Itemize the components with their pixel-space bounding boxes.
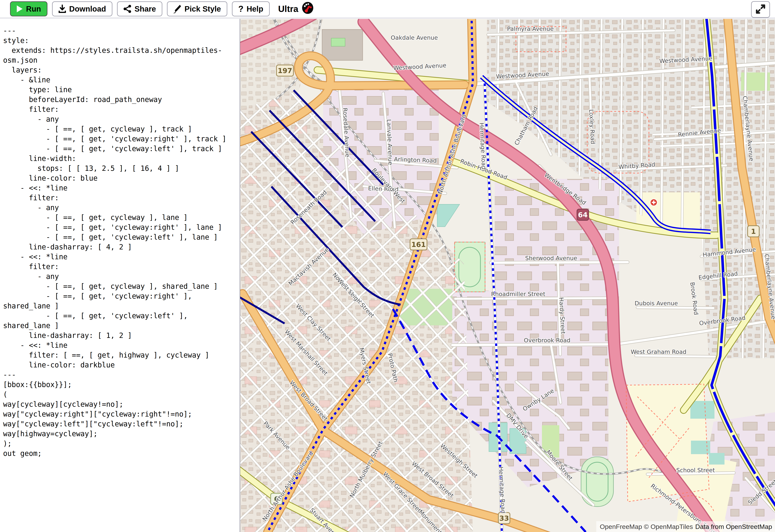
download-button[interactable]: Download — [52, 1, 112, 16]
route-shield-number: 33 — [499, 514, 509, 522]
map-canvas[interactable]: 197161646331 Palmyra AvenueOakdale Avenu… — [240, 19, 775, 532]
gauge-logo-icon — [302, 2, 314, 16]
map-label: Rhoadmiller Street — [491, 291, 545, 297]
pick-style-button[interactable]: Pick Style — [167, 1, 227, 16]
map-label: Overbrook Road — [524, 337, 571, 344]
question-icon: ? — [238, 4, 243, 14]
route-shield-number: 197 — [277, 67, 292, 75]
play-icon — [16, 5, 23, 13]
pick-style-label: Pick Style — [184, 5, 221, 13]
route-shield-number: 161 — [411, 241, 426, 248]
street — [637, 307, 714, 308]
expand-icon — [756, 4, 766, 15]
brand-name: Ultra — [278, 4, 298, 14]
map-label: Palmyra Avenue — [507, 25, 554, 32]
map-render: 197161646331 Palmyra AvenueOakdale Avenu… — [240, 19, 775, 532]
map-label: Sherwood Avenue — [525, 255, 577, 262]
help-label: Help — [246, 5, 263, 13]
toolbar: Run Download Share Pick Style ? Help Ult… — [0, 0, 775, 18]
attribution-openfreemap-link[interactable]: OpenFreeMap © OpenMapTiles — [600, 523, 693, 530]
route-shield-number: 64 — [578, 211, 588, 219]
brand: Ultra — [278, 2, 314, 16]
share-button[interactable]: Share — [117, 1, 162, 16]
download-label: Download — [69, 5, 106, 13]
share-label: Share — [135, 5, 156, 13]
map-label: School Street — [676, 467, 715, 474]
share-icon — [123, 5, 131, 13]
map-label: West Graham Road — [631, 348, 687, 355]
run-label: Run — [26, 5, 41, 13]
map-label: Oakdale Avenue — [391, 34, 438, 41]
download-icon — [58, 5, 66, 13]
help-button[interactable]: ? Help — [232, 1, 270, 16]
street — [636, 356, 715, 357]
query-code[interactable]: --- style: extends: https://styles.trail… — [0, 19, 239, 458]
run-button[interactable]: Run — [10, 1, 47, 16]
query-editor-panel[interactable]: --- style: extends: https://styles.trail… — [0, 19, 239, 532]
brush-icon — [173, 4, 181, 13]
attribution-bar: OpenFreeMap © OpenMapTiles Data from Ope… — [596, 521, 775, 532]
street — [455, 298, 616, 299]
fullscreen-button[interactable] — [751, 1, 770, 18]
map-label: Dubois Avenue — [635, 300, 678, 307]
attribution-osm-link[interactable]: Data from OpenStreetMap — [695, 523, 772, 530]
route-shield-number: 1 — [751, 227, 756, 235]
hospital-icon — [650, 199, 657, 206]
